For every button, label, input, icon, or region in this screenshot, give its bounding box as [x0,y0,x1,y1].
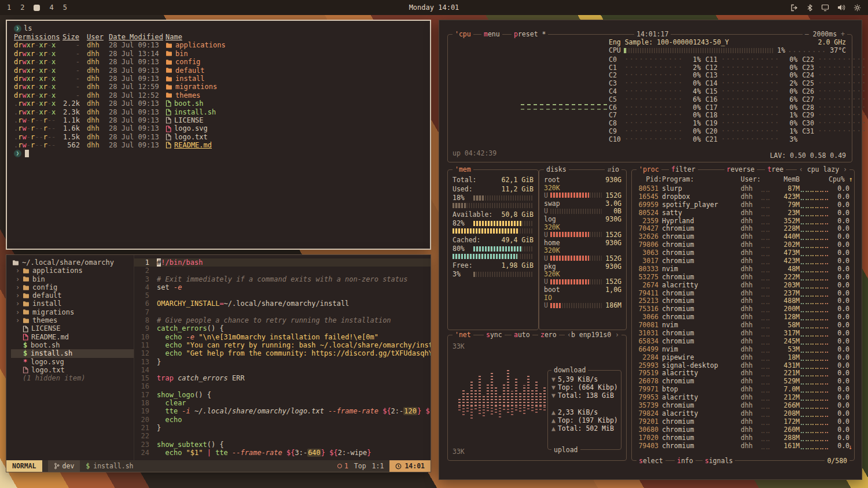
process-row[interactable]: 79403chromiumdhh⣀⣀161M⣀⣀⣀⣀⣀⣀0.0 [637,442,849,450]
process-row[interactable]: 65834chromiumdhh⣀⣀245M⣀⣀⣀⣀⣀⣀0.0 [637,337,849,345]
header-program[interactable]: Program: [662,175,741,183]
git-branch[interactable]: dev [48,460,80,472]
process-row[interactable]: 2284pipewiredhh⣀⣀18M⣀⣀⣀⣀⣀⣀0.0 [637,353,849,361]
tree-item[interactable]: README.md [11,333,134,341]
process-row[interactable]: 79824alacrittydhh⣀⣀208M⣀⣀⣀⣀⣀⣀0.0 [637,409,849,417]
process-row[interactable]: 3063chromiumdhh⣀⣀473M⣀⣀⣀⣀⣀⣀0.0 [637,249,849,257]
volume-icon[interactable] [837,4,845,11]
process-row[interactable]: 70081nvimdhh⣀⣀58M⣀⣀⣀⣀⣀⣀0.0 [637,321,849,329]
logout-icon[interactable] [790,4,799,12]
workspace-3-active[interactable] [34,5,40,11]
sort-mode-selector[interactable]: ‹ cpu lazy › [797,165,849,173]
settings-icon[interactable] [854,4,861,12]
process-row[interactable]: 35739chromiumdhh⣀⣀266M⣀⣀⣀⣀⣀⣀0.0 [637,401,849,409]
process-row[interactable]: 32626chromiumdhh⣀⣀440M⣀⣀⣀⣀⣀⣀0.0 [637,232,849,241]
header-memb[interactable]: MemB [773,175,800,183]
menu-button[interactable]: menu [481,30,502,38]
net-zero-button[interactable]: zero [538,331,559,339]
process-row[interactable]: 79971btopdhh⣀⣀7.0M⣀⣀⣀⣀⣀⣀0.0 [637,385,849,393]
prompt-line-active[interactable]: ❯ [14,149,423,158]
tree-item[interactable]: LICENSE [11,324,134,332]
process-row[interactable]: 25993signal-desktopdhh⣀⣀431M⣀⣀⣀⣀⣀⣀0.0 [637,361,849,369]
header-pid[interactable]: Pid: [637,175,662,183]
line-number: 10 [134,333,149,341]
signals-button[interactable]: signals [703,457,735,465]
workspace-2[interactable]: 2 [20,3,24,12]
core-usage: 1% [683,56,701,64]
diagnostics-badge[interactable]: 1 [337,462,348,470]
interval-decrease-button[interactable]: — [805,30,813,38]
process-mem-graph: ⣀⣀ [760,265,773,273]
process-cpu-graph: ⣀⣀⣀⣀⣀⣀ [800,281,829,289]
process-row[interactable]: 53275chromiumdhh⣀⣀222M⣀⣀⣀⣀⣀⣀0.0 [637,273,849,281]
reverse-button[interactable]: reverse [724,165,757,173]
header-cpu[interactable]: Cpu% ↑ [829,175,853,183]
process-row[interactable]: 80333nvimdhh⣀⣀48M⣀⣀⣀⣀⣀⣀0.0 [637,265,849,273]
process-row[interactable]: 3066chromiumdhh⣀⣀128M⣀⣀⣀⣀⣀⣀0.0 [637,313,849,321]
process-row[interactable]: 79806chromiumdhh⣀⣀202M⣀⣀⣀⣀⣀⣀0.0 [637,241,849,249]
process-row[interactable]: 17020chromiumdhh⣀⣀288M⣀⣀⣀⣀⣀⣀0.0 [637,434,849,442]
net-auto-button[interactable]: auto [512,331,532,339]
tree-root[interactable]: ~/.local/share/omarchy [11,258,134,267]
workspace-4[interactable]: 4 [49,3,53,12]
process-user: dhh [741,209,760,217]
tree-item[interactable]: ›bin [11,275,134,283]
info-button[interactable]: info [675,457,696,465]
tree-item[interactable]: ›default [11,291,134,300]
code-editor[interactable]: 1#!/bin/bash23# Exit immediately if a co… [134,255,431,460]
file-permissions: .rw-r--r-- [14,116,62,124]
filter-button[interactable]: filter [669,165,698,173]
workspace-5[interactable]: 5 [63,3,67,12]
net-sync-button[interactable]: sync [484,331,505,339]
process-row[interactable]: 2674alacrittydhh⣀⣀203M⣀⣀⣀⣀⣀⣀0.0 [637,281,849,289]
tree-item[interactable]: ›applications [11,267,134,275]
process-row[interactable]: 25213chromiumdhh⣀⣀488M⣀⣀⣀⣀⣀⣀0.0 [637,297,849,305]
file-size: - [62,41,87,49]
select-button[interactable]: select [637,457,665,465]
file-owner: dhh [87,124,109,132]
scroll-down-icon[interactable]: ↓ [848,443,852,451]
process-row[interactable]: 79201chromiumdhh⣀⣀172M⣀⣀⣀⣀⣀⣀0.0 [637,417,849,426]
tree-item[interactable]: $install.sh [11,349,134,357]
net-graph-bar [507,370,509,406]
tree-item[interactable]: ›install [11,300,134,308]
process-row[interactable]: 70427chromiumdhh⣀⣀228M⣀⣀⣀⣀⣀⣀0.0 [637,224,849,232]
process-cpu-graph: ⣀⣀⣀⣀⣀⣀ [800,305,829,313]
process-row[interactable]: 80524sattydhh⣀⣀23M⣀⣀⣀⣀⣀⣀0.0 [637,209,849,217]
net-interface-selector[interactable]: ‹b enp191s0 › [565,331,621,339]
process-row[interactable]: 26078chromiumdhh⣀⣀529M⣀⣀⣀⣀⣀⣀0.0 [637,377,849,385]
process-row[interactable]: 16545dropboxdhh⣀⣀423M⣀⣀⣀⣀⣀⣀0.0 [637,193,849,201]
tree-item[interactable]: (1 hidden item) [11,374,134,382]
process-row[interactable]: 80531slurpdhh⣀⣀87M⣀⣀⣀⣀⣀⣀0.0 [637,184,849,193]
process-row[interactable]: 69959spotify_playerdhh⣀⣀79M⣀⣀⣀⣀⣀⣀0.0 [637,201,849,209]
interval-increase-button[interactable]: + [837,30,845,38]
process-row[interactable]: 79953alacrittydhh⣀⣀212M⣀⣀⣀⣀⣀⣀0.0 [637,393,849,401]
workspace-1[interactable]: 1 [7,3,11,12]
tree-item[interactable]: $boot.sh [11,341,134,349]
bluetooth-icon[interactable] [807,4,813,12]
process-row[interactable]: 79519alacrittydhh⣀⣀221M⣀⣀⣀⣀⣀⣀0.0 [637,369,849,377]
tree-item[interactable]: ›themes [11,316,134,324]
tree-button[interactable]: tree [765,165,786,173]
process-row[interactable]: 75316chromiumdhh⣀⣀200M⣀⣀⣀⣀⣀⣀0.0 [637,305,849,313]
header-user[interactable]: User: [741,175,760,183]
process-row[interactable]: 30680chromiumdhh⣀⣀260M⣀⣀⣀⣀⣀⣀0.0 [637,426,849,434]
tree-item[interactable]: ›migrations [11,308,134,316]
disk-row: pkg930G [544,263,621,271]
file-tree: ~/.local/share/omarchy ›applications›bin… [6,255,134,460]
process-row[interactable]: 31031chromiumdhh⣀⣀317M⣀⣀⣀⣀⣀⣀0.0 [637,329,849,337]
tree-item-label: install.sh [31,349,72,357]
process-row[interactable]: 3017chromiumdhh⣀⣀423M⣀⣀⣀⣀⣀⣀0.0 [637,257,849,265]
editor-window: ~/.local/share/omarchy ›applications›bin… [6,254,431,472]
mem-cached-pct: 80% [453,245,471,253]
cpu-core-row: C21⠂⠂⠂⠂⠂⠂⠂⠂⠂⠂⠂⠂3% [705,135,797,143]
tree-item[interactable]: logo.txt [11,366,134,374]
preset-button[interactable]: preset * [512,30,548,38]
tree-item[interactable]: ›config [11,283,134,291]
tree-item[interactable]: *logo.svg [11,358,134,366]
process-row[interactable]: 79411chromiumdhh⣀⣀237M⣀⣀⣀⣀⣀⣀0.0 [637,289,849,297]
process-row[interactable]: 66499nvimdhh⣀⣀53M⣀⣀⣀⣀⣀⣀0.0 [637,345,849,353]
io-mode-toggle[interactable]: ⇵io [605,165,621,173]
process-row[interactable]: 2359Hyprlanddhh⣀⣀352M⣀⣀⣀⣀⣀⣀0.0 [637,217,849,225]
display-icon[interactable] [821,4,829,12]
